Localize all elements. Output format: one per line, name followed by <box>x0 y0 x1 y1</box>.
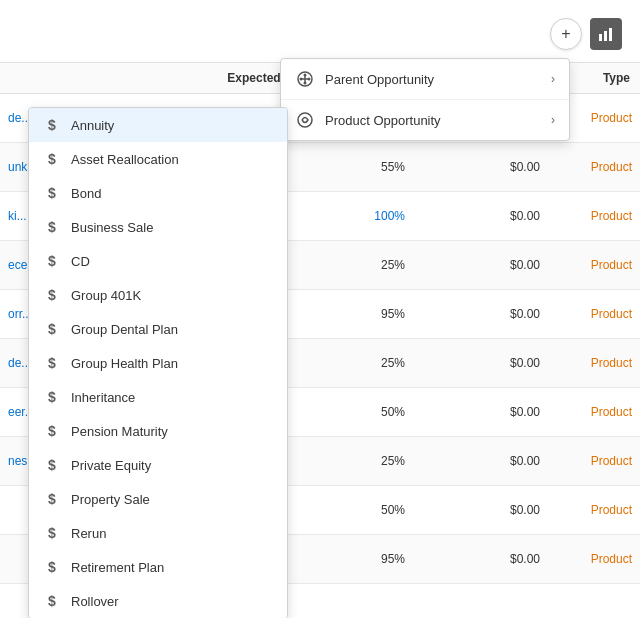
svg-point-6 <box>300 78 303 81</box>
dropdown-item-group-dental-plan[interactable]: $ Group Dental Plan <box>29 312 287 346</box>
row-type: Product <box>591 160 632 174</box>
dropdown-item-rerun[interactable]: $ Rerun <box>29 516 287 550</box>
dropdown-item-group-401k[interactable]: $ Group 401K <box>29 278 287 312</box>
dollar-icon: $ <box>43 185 61 201</box>
row-amount: $0.00 <box>510 307 540 321</box>
type-header: Type <box>603 71 630 85</box>
dropdown-item-rollover[interactable]: $ Rollover <box>29 584 287 618</box>
svg-point-9 <box>304 82 307 85</box>
row-amount: $0.00 <box>510 258 540 272</box>
row-name[interactable]: ki... <box>8 209 27 223</box>
dollar-icon: $ <box>43 525 61 541</box>
row-amount: $0.00 <box>510 552 540 566</box>
row-percent: 50% <box>381 405 405 419</box>
context-menu-item-product-opportunity[interactable]: Product Opportunity › <box>281 100 569 140</box>
dropdown-item-business-sale[interactable]: $ Business Sale <box>29 210 287 244</box>
row-type: Product <box>591 405 632 419</box>
dollar-icon: $ <box>43 151 61 167</box>
dropdown-item-label: Group Health Plan <box>71 356 178 371</box>
svg-rect-1 <box>604 31 607 41</box>
dropdown-item-inheritance[interactable]: $ Inheritance <box>29 380 287 414</box>
dropdown-item-private-equity[interactable]: $ Private Equity <box>29 448 287 482</box>
row-percent: 55% <box>381 160 405 174</box>
dropdown-item-label: Group Dental Plan <box>71 322 178 337</box>
row-type: Product <box>591 258 632 272</box>
svg-rect-2 <box>609 28 612 41</box>
dropdown-item-label: Property Sale <box>71 492 150 507</box>
dropdown-item-label: Business Sale <box>71 220 153 235</box>
dropdown-item-retirement-plan[interactable]: $ Retirement Plan <box>29 550 287 584</box>
row-percent: 25% <box>381 356 405 370</box>
dollar-icon: $ <box>43 253 61 269</box>
dollar-icon: $ <box>43 355 61 371</box>
dropdown-item-label: Group 401K <box>71 288 141 303</box>
dropdown-item-cd[interactable]: $ CD <box>29 244 287 278</box>
row-amount: $0.00 <box>510 209 540 223</box>
dropdown-item-label: Inheritance <box>71 390 135 405</box>
row-type: Product <box>591 552 632 566</box>
row-percent: 25% <box>381 454 405 468</box>
row-percent: 50% <box>381 503 405 517</box>
dropdown-item-annuity[interactable]: $ Annuity <box>29 108 287 142</box>
dollar-icon: $ <box>43 389 61 405</box>
dropdown-item-label: Annuity <box>71 118 114 133</box>
dropdown-item-pension-maturity[interactable]: $ Pension Maturity <box>29 414 287 448</box>
svg-point-10 <box>298 113 312 127</box>
dropdown-list: $ Annuity $ Asset Reallocation $ Bond $ … <box>28 107 288 618</box>
row-percent: 25% <box>381 258 405 272</box>
svg-rect-0 <box>599 34 602 41</box>
dollar-icon: $ <box>43 593 61 609</box>
row-amount: $0.00 <box>510 405 540 419</box>
dollar-icon: $ <box>43 457 61 473</box>
svg-point-7 <box>308 78 311 81</box>
row-type: Product <box>591 307 632 321</box>
svg-point-8 <box>304 74 307 77</box>
chart-button[interactable] <box>590 18 622 50</box>
dropdown-item-label: Pension Maturity <box>71 424 168 439</box>
dropdown-item-label: Bond <box>71 186 101 201</box>
dropdown-item-label: Rollover <box>71 594 119 609</box>
dropdown-item-label: CD <box>71 254 90 269</box>
parent-opportunity-arrow: › <box>551 72 555 86</box>
dropdown-item-group-health-plan[interactable]: $ Group Health Plan <box>29 346 287 380</box>
row-amount: $0.00 <box>510 503 540 517</box>
dropdown-item-label: Asset Reallocation <box>71 152 179 167</box>
dollar-icon: $ <box>43 321 61 337</box>
dollar-icon: $ <box>43 287 61 303</box>
dropdown-item-label: Retirement Plan <box>71 560 164 575</box>
parent-opportunity-icon <box>295 69 315 89</box>
row-type: Product <box>591 356 632 370</box>
dropdown-item-asset-reallocation[interactable]: $ Asset Reallocation <box>29 142 287 176</box>
row-percent: 95% <box>381 552 405 566</box>
context-menu-item-parent-opportunity[interactable]: Parent Opportunity › <box>281 59 569 100</box>
dropdown-item-property-sale[interactable]: $ Property Sale <box>29 482 287 516</box>
row-percent: 100% <box>374 209 405 223</box>
toolbar: + <box>550 18 622 50</box>
product-opportunity-icon <box>295 110 315 130</box>
dollar-icon: $ <box>43 491 61 507</box>
row-amount: $0.00 <box>510 454 540 468</box>
add-button[interactable]: + <box>550 18 582 50</box>
dropdown-item-label: Private Equity <box>71 458 151 473</box>
product-opportunity-label: Product Opportunity <box>325 113 541 128</box>
product-opportunity-arrow: › <box>551 113 555 127</box>
dropdown-item-label: Rerun <box>71 526 106 541</box>
parent-opportunity-label: Parent Opportunity <box>325 72 541 87</box>
dollar-icon: $ <box>43 219 61 235</box>
row-type: Product <box>591 209 632 223</box>
dropdown-item-bond[interactable]: $ Bond <box>29 176 287 210</box>
row-type: Product <box>591 454 632 468</box>
row-amount: $0.00 <box>510 160 540 174</box>
row-type: Product <box>591 111 632 125</box>
dollar-icon: $ <box>43 117 61 133</box>
row-percent: 95% <box>381 307 405 321</box>
dollar-icon: $ <box>43 559 61 575</box>
row-amount: $0.00 <box>510 356 540 370</box>
context-menu: Parent Opportunity › Product Opportunity… <box>280 58 570 141</box>
row-type: Product <box>591 503 632 517</box>
chart-icon <box>598 26 614 42</box>
dollar-icon: $ <box>43 423 61 439</box>
